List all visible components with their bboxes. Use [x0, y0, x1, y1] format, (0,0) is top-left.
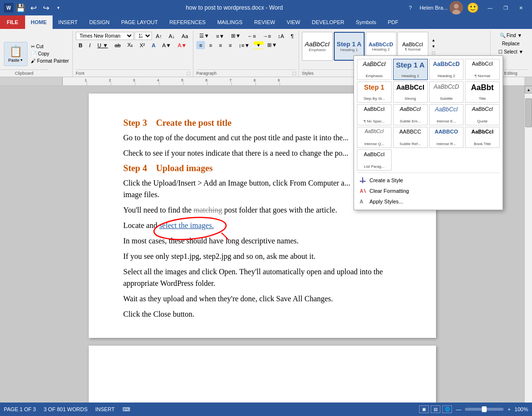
tab-insert[interactable]: INSERT [53, 15, 83, 29]
vertical-scrollbar[interactable]: ▲ ▼ [524, 86, 532, 411]
restore-btn[interactable]: ❐ [498, 3, 513, 12]
tab-design[interactable]: DESIGN [83, 15, 115, 29]
tab-page-layout[interactable]: PAGE LAYOUT [115, 15, 164, 29]
copy-button[interactable]: 📄 Copy [29, 51, 70, 57]
font-row2: B I U ▼ ab X₂ X² A A▼ A▼ [76, 41, 191, 49]
bullets-btn[interactable]: ☰▼ [196, 32, 212, 40]
underline-button[interactable]: U ▼ [95, 41, 111, 49]
decrease-indent-btn[interactable]: ←≡ [245, 32, 259, 40]
font-size-select[interactable]: 12 [135, 32, 152, 40]
user-avatar[interactable] [450, 1, 463, 14]
style-emphasis-preview[interactable]: AaBbCcI Emphasis [302, 32, 333, 61]
tab-references[interactable]: REFERENCES [164, 15, 211, 29]
clear-format-btn[interactable]: Aa [179, 32, 191, 40]
subscript-button[interactable]: X₂ [124, 41, 136, 49]
style-cell-emphasis[interactable]: AaBbCcI Emphasis [357, 59, 392, 80]
increase-font-btn[interactable]: A↑ [153, 32, 165, 40]
tab-pdf[interactable]: PDF [382, 15, 404, 29]
find-btn[interactable]: 🔍 Find ▼ [493, 32, 528, 39]
style-cell-heading1[interactable]: Step 1 A Heading 1 [393, 59, 428, 80]
align-center-btn[interactable]: ≡ [206, 41, 215, 49]
superscript-button[interactable]: X² [136, 41, 148, 49]
styles-up-btn[interactable]: ▲ [429, 37, 438, 43]
style-cell-subtle-ref[interactable]: AABBCC Subtle Ref... [393, 127, 428, 148]
tab-mailings[interactable]: MAILINGS [211, 15, 248, 29]
step4-body7: Wait as they upload and when they're don… [123, 293, 401, 305]
tab-file[interactable]: FILE [0, 15, 25, 29]
style-cell-no-spacing[interactable]: AaBbCcI ¶ No Spac... [357, 104, 392, 125]
increase-indent-btn[interactable]: →≡ [260, 32, 274, 40]
create-style-action[interactable]: Create a Style [357, 175, 500, 186]
align-left-btn[interactable]: ≡ [196, 41, 205, 49]
svg-rect-4 [362, 177, 363, 183]
align-right-btn[interactable]: ≡ [216, 41, 225, 49]
replace-btn[interactable]: Replace [493, 40, 528, 47]
paste-button[interactable]: 📋 Paste ▼ [4, 42, 27, 66]
print-layout-view-btn[interactable]: ▣ [419, 405, 429, 413]
scroll-track[interactable] [525, 94, 532, 403]
styles-more-btn[interactable]: ⬚ [429, 50, 438, 56]
help-btn[interactable]: ? [405, 2, 416, 13]
numbering-btn[interactable]: ≡▼ [213, 32, 227, 40]
strikethrough-button[interactable]: ab [112, 41, 123, 49]
scroll-thumb[interactable] [525, 98, 532, 127]
cut-button[interactable]: ✂ Cut [29, 43, 70, 50]
style-cell-intense-em[interactable]: AaBbCcI Intense E... [429, 104, 464, 125]
style-cell-step[interactable]: Step 1 Step By St... [357, 81, 392, 103]
font-name-select[interactable]: Times New Roman [76, 32, 134, 40]
style-cell-intense-ref[interactable]: AABBCO Intense R... [429, 127, 464, 148]
apply-styles-action[interactable]: A Apply Styles... [357, 196, 500, 207]
redo-btn[interactable]: ↪ [41, 2, 51, 13]
decrease-font-btn[interactable]: A↓ [166, 32, 178, 40]
close-btn[interactable]: ✕ [514, 3, 528, 12]
style-cell-title[interactable]: AaBbt Title [465, 81, 500, 103]
smiley-icon[interactable]: 🙂 [467, 2, 479, 13]
tab-home[interactable]: HOME [25, 15, 53, 29]
zoom-in-btn[interactable]: + [507, 406, 510, 412]
undo-btn[interactable]: ↩ [28, 2, 39, 13]
justify-btn[interactable]: ≡ [226, 41, 234, 49]
style-cell-strong[interactable]: AaBbCcI Strong [393, 81, 428, 103]
zoom-slider[interactable] [465, 408, 504, 411]
style-cell-heading2[interactable]: AaBbCcD Heading 2 [429, 59, 464, 80]
sort-btn[interactable]: ↕A [275, 32, 287, 40]
line-spacing-btn[interactable]: ↕≡▼ [236, 41, 253, 49]
bold-button[interactable]: B [76, 41, 85, 49]
customize-btn[interactable]: ▼ [53, 2, 64, 13]
tab-symbols[interactable]: Symbols [350, 15, 382, 29]
minimize-btn[interactable]: — [483, 3, 497, 12]
format-painter-button[interactable]: 🖌 Format Painter [29, 58, 70, 64]
style-cell-intense-q[interactable]: AaBbCcI Intense Q... [357, 127, 392, 148]
outline-btn[interactable]: ⊞▼ [228, 32, 244, 40]
select-images-link[interactable]: select the images. [159, 221, 214, 229]
text-effect-button[interactable]: A [149, 41, 158, 49]
tab-review[interactable]: REVIEW [248, 15, 281, 29]
text-highlight-button[interactable]: A▼ [159, 41, 174, 49]
clear-formatting-action[interactable]: A Clear Formatting [357, 186, 500, 196]
style-cell-subtle-em[interactable]: AaBbCcI Subtle Em... [393, 104, 428, 125]
styles-grid: AaBbCcI Emphasis Step 1 A Heading 1 AaBb… [357, 59, 500, 171]
shading-btn[interactable]: ▼ [254, 41, 264, 49]
ribbon: 📋 Paste ▼ ✂ Cut 📄 Copy 🖌 Format Painter … [0, 29, 532, 77]
styles-down-btn[interactable]: ▼ [429, 43, 438, 50]
font-color-button[interactable]: A▼ [175, 41, 190, 49]
borders-btn[interactable]: ⊞▼ [264, 41, 280, 49]
keyboard-icon[interactable]: ⌨ [123, 406, 130, 413]
style-cell-normal[interactable]: AaBbCcI ¶ Normal [465, 59, 500, 80]
web-view-btn[interactable]: 🌐 [442, 405, 452, 413]
scroll-up-btn[interactable]: ▲ [525, 86, 532, 94]
style-cell-subtitle[interactable]: AaBbCcD Subtitle [429, 81, 464, 103]
style-cell-book-title[interactable]: AaBbCcI Book Title [465, 127, 500, 148]
italic-button[interactable]: I [86, 41, 94, 49]
style-cell-list-para[interactable]: AaBbCcI List Parag... [357, 149, 392, 171]
save-btn[interactable]: 💾 [15, 2, 26, 13]
tab-view[interactable]: VIEW [281, 15, 306, 29]
zoom-out-btn[interactable]: — [456, 406, 461, 412]
status-right: ▣ ▤ 🌐 — + 100% [419, 405, 528, 413]
select-btn[interactable]: ☐ Select ▼ [493, 48, 528, 55]
show-para-btn[interactable]: ¶ [288, 32, 297, 40]
reading-view-btn[interactable]: ▤ [431, 405, 440, 413]
style-cell-quote[interactable]: AaBbCcI Quote [465, 104, 500, 125]
zoom-thumb[interactable] [482, 406, 487, 412]
tab-developer[interactable]: DEVELOPER [306, 15, 350, 29]
